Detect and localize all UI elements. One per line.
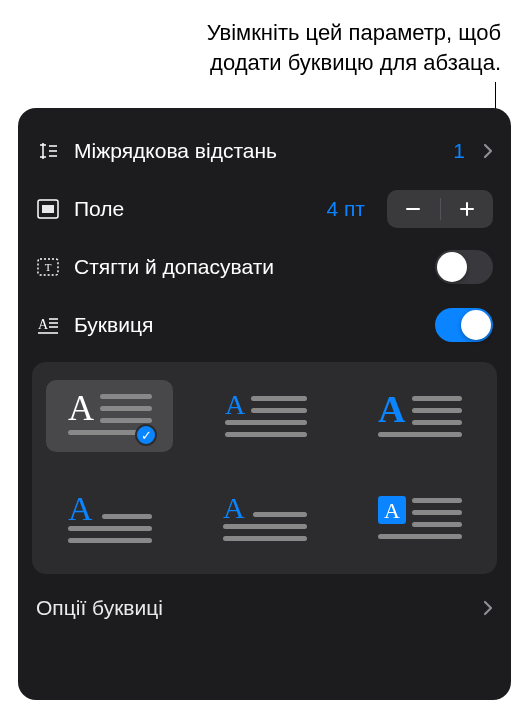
- svg-rect-1: [42, 205, 54, 213]
- text-format-panel: Міжрядкова відстань 1 Поле 4 пт: [18, 108, 511, 700]
- drop-cap-toggle[interactable]: [435, 308, 493, 342]
- svg-rect-27: [223, 536, 307, 541]
- drop-cap-options-row[interactable]: Опції буквиці: [18, 582, 511, 634]
- drop-cap-style-4[interactable]: A: [46, 484, 173, 556]
- svg-rect-11: [251, 396, 307, 401]
- svg-rect-18: [412, 420, 462, 425]
- svg-rect-16: [412, 396, 462, 401]
- drop-cap-style-3[interactable]: A: [356, 380, 483, 452]
- svg-rect-30: [412, 498, 462, 503]
- shrink-fit-label: Стягти й допасувати: [74, 255, 421, 279]
- margin-icon: [36, 197, 60, 221]
- margin-decrease-button[interactable]: [387, 190, 440, 228]
- drop-cap-style-1[interactable]: A ✓: [46, 380, 173, 452]
- svg-rect-12: [251, 408, 307, 413]
- drop-cap-style-6[interactable]: A: [356, 484, 483, 556]
- callout-text: Увімкніть цей параметр, щоб додати букви…: [0, 0, 529, 87]
- toggle-knob: [461, 310, 491, 340]
- shrink-fit-icon: T: [36, 255, 60, 279]
- callout-line-2: додати буквицю для абзаца.: [28, 48, 501, 78]
- margin-value: 4 пт: [326, 197, 365, 221]
- drop-cap-options-label: Опції буквиці: [36, 596, 163, 620]
- shrink-fit-row: T Стягти й допасувати: [18, 238, 511, 296]
- svg-rect-17: [412, 408, 462, 413]
- svg-text:A: A: [225, 389, 246, 420]
- svg-rect-21: [102, 514, 152, 519]
- svg-rect-25: [253, 512, 307, 517]
- drop-cap-styles-grid: A ✓ A A: [32, 362, 497, 574]
- callout-line-1: Увімкніть цей параметр, щоб: [28, 18, 501, 48]
- svg-rect-23: [68, 538, 152, 543]
- svg-rect-32: [412, 522, 462, 527]
- svg-rect-8: [100, 418, 152, 423]
- chevron-right-icon: [483, 600, 493, 616]
- svg-rect-13: [225, 420, 307, 425]
- svg-rect-6: [100, 394, 152, 399]
- svg-text:A: A: [223, 491, 245, 524]
- margin-increase-button[interactable]: [441, 190, 494, 228]
- svg-rect-22: [68, 526, 152, 531]
- margin-stepper: [387, 190, 493, 228]
- svg-rect-7: [100, 406, 152, 411]
- checkmark-icon: ✓: [135, 424, 157, 446]
- drop-cap-style-5[interactable]: A: [201, 484, 328, 556]
- svg-text:A: A: [38, 317, 49, 332]
- svg-rect-19: [378, 432, 462, 437]
- svg-rect-26: [223, 524, 307, 529]
- svg-rect-31: [412, 510, 462, 515]
- svg-text:T: T: [45, 261, 52, 273]
- drop-cap-row: A Буквиця: [18, 296, 511, 354]
- svg-text:A: A: [384, 498, 400, 523]
- margin-label: Поле: [74, 197, 312, 221]
- svg-rect-14: [225, 432, 307, 437]
- shrink-fit-toggle[interactable]: [435, 250, 493, 284]
- toggle-knob: [437, 252, 467, 282]
- svg-text:A: A: [68, 490, 93, 527]
- svg-rect-33: [378, 534, 462, 539]
- margin-row: Поле 4 пт: [18, 180, 511, 238]
- drop-cap-icon: A: [36, 313, 60, 337]
- svg-text:A: A: [68, 388, 94, 428]
- svg-text:A: A: [378, 388, 406, 430]
- chevron-right-icon: [483, 143, 493, 159]
- line-spacing-icon: [36, 139, 60, 163]
- drop-cap-style-2[interactable]: A: [201, 380, 328, 452]
- line-spacing-row[interactable]: Міжрядкова відстань 1: [18, 122, 511, 180]
- line-spacing-value: 1: [453, 139, 465, 163]
- drop-cap-label: Буквиця: [74, 313, 421, 337]
- line-spacing-label: Міжрядкова відстань: [74, 139, 439, 163]
